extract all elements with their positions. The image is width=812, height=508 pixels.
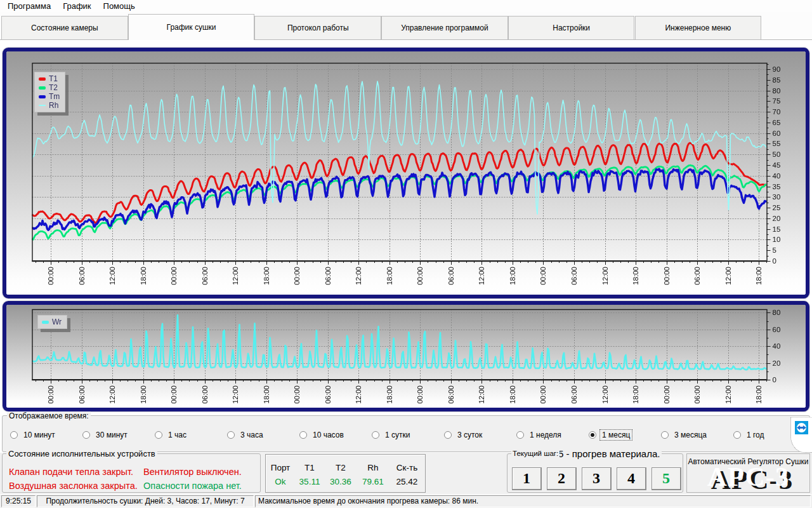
radio-label: 1 месяц [599, 429, 632, 441]
device-status-0-0: Клапан подачи тепла закрыт. [9, 467, 133, 477]
sensor-value-0: Ok [266, 475, 295, 489]
radio-icon[interactable] [372, 431, 379, 439]
time-option-8[interactable]: 1 месяц [589, 430, 632, 440]
radio-icon[interactable] [299, 431, 307, 439]
tab-strip-baseline [0, 39, 812, 40]
radio-label: 30 минут [93, 429, 130, 441]
legend-swatch-Tm [39, 95, 46, 98]
current-step-label: Текущий шаг: [511, 450, 560, 457]
teamviewer-icon[interactable] [795, 421, 808, 434]
time-option-2[interactable]: 1 час [155, 430, 189, 440]
menu-item-2[interactable]: Помощь [102, 1, 136, 11]
device-status-1-1: Опасности пожара нет. [143, 481, 242, 491]
menu-item-0[interactable]: Программа [6, 1, 52, 11]
radio-label: 10 часов [310, 429, 346, 441]
radio-label: 3 месяца [672, 429, 709, 441]
time-option-7[interactable]: 1 неделя [516, 430, 564, 440]
legend-label-Tm: Tm [49, 93, 60, 101]
status-note: Максимальное время до окончания прогрева… [255, 495, 811, 507]
radio-label: 10 минут [21, 429, 58, 441]
device-status-0-1: Вентилятор выключен. [143, 467, 242, 477]
legend-entry-Tm: Tm [39, 92, 60, 101]
time-option-4[interactable]: 10 часов [299, 430, 346, 440]
sensor-col-4: Ск-ть [389, 461, 425, 475]
sensor-col-0: Порт [266, 461, 295, 475]
tab-4[interactable]: Настройки [508, 16, 635, 39]
status-duration: Продолжительность сушки: Дней: 3, Часов:… [37, 495, 254, 507]
legend-label-Rh: Rh [49, 102, 58, 110]
step-button-3[interactable]: 3 [582, 467, 612, 490]
tab-5[interactable]: Инженерное меню [635, 16, 762, 39]
sensor-value-2: 30.36 [324, 475, 357, 489]
legend-label-Wr: Wr [52, 318, 62, 326]
sensor-value-4: 25.42 [389, 475, 425, 489]
radio-icon[interactable] [661, 431, 669, 439]
time-option-1[interactable]: 30 минут [82, 430, 130, 440]
legend-label-T2: T2 [49, 84, 58, 92]
status-bar: 9:25:15 Продолжительность сушки: Дней: 3… [0, 495, 812, 508]
current-step-group: Текущий шаг: 5 - прогрев материала. 1234… [507, 453, 683, 493]
tab-2[interactable]: Протокол работы [254, 16, 381, 39]
legend-entry-T1: T1 [39, 74, 60, 83]
radio-icon[interactable] [227, 431, 235, 439]
tab-3[interactable]: Управление программой [381, 16, 508, 39]
time-option-3[interactable]: 3 часа [227, 430, 266, 440]
brand-logo: АРС-3 [687, 462, 809, 491]
radio-icon[interactable] [444, 431, 452, 439]
time-option-9[interactable]: 3 месяца [661, 430, 709, 440]
radio-label: 1 час [166, 429, 189, 441]
radio-label: 3 часа [238, 429, 266, 441]
sensor-col-1: Т1 [295, 461, 324, 475]
sensor-col-2: Т2 [324, 461, 357, 475]
sensor-value-3: 79.61 [357, 475, 389, 489]
time-range-group: Отображаемое время: 10 минут30 минут1 ча… [2, 415, 810, 452]
radio-icon[interactable] [82, 431, 90, 439]
legend-label-T1: T1 [49, 75, 58, 83]
time-option-5[interactable]: 1 сутки [372, 430, 412, 440]
tab-0[interactable]: Состояние камеры [1, 16, 128, 39]
status-time: 9:25:15 [1, 495, 36, 507]
radio-label: 1 сутки [383, 429, 412, 441]
time-option-0[interactable]: 10 минут [10, 430, 58, 440]
radio-label: 1 неделя [527, 429, 564, 441]
tab-1[interactable]: График сушки [128, 14, 255, 40]
radio-icon[interactable] [155, 431, 162, 439]
legend-swatch-Wr [42, 321, 49, 324]
radio-icon[interactable] [516, 431, 524, 439]
main-chart-canvas[interactable] [6, 51, 806, 295]
step-button-2[interactable]: 2 [547, 467, 577, 490]
radio-label: 1 год [744, 429, 767, 441]
legend-swatch-T1 [39, 77, 46, 81]
legend-swatch-Rh [39, 105, 46, 106]
tab-strip: Состояние камерыГрафик сушкиПротокол раб… [0, 12, 812, 40]
time-option-10[interactable]: 1 год [733, 430, 767, 440]
step-button-1[interactable]: 1 [512, 467, 542, 490]
device-status-1-0: Воздушная заслонка закрыта. [9, 481, 138, 491]
time-option-6[interactable]: 3 суток [444, 430, 485, 440]
wr-chart-legend: Wr [37, 315, 67, 329]
devices-group-title: Состояние исполнительных устройств [6, 449, 157, 458]
remote-access-handle[interactable] [790, 417, 812, 453]
brand-panel: Автоматический Регулятор Сушки АРС-3 [686, 453, 810, 493]
menu-item-1[interactable]: График [62, 1, 92, 11]
radio-icon[interactable] [733, 431, 741, 439]
current-step-value: 5 - прогрев материала. [558, 448, 662, 459]
menu-bar: ПрограммаГрафикПомощь [0, 0, 812, 12]
radio-label: 3 суток [455, 429, 485, 441]
time-range-title: Отображаемое время: [7, 411, 91, 420]
radio-icon[interactable] [10, 431, 18, 439]
legend-entry-Rh: Rh [39, 101, 60, 110]
sensor-col-3: Rh [357, 461, 389, 475]
legend-swatch-T2 [39, 86, 46, 90]
main-chart-panel: T1T2TmRh [3, 48, 809, 298]
sensor-table: ПортТ1Т2RhСк-тьOk35.1130.3679.6125.42 [266, 461, 425, 489]
sensor-readings-panel: ПортТ1Т2RhСк-тьOk35.1130.3679.6125.42 [265, 454, 426, 493]
wr-chart-canvas[interactable] [6, 305, 806, 408]
legend-entry-T2: T2 [39, 83, 60, 92]
step-button-5[interactable]: 5 [652, 467, 681, 490]
step-button-4[interactable]: 4 [617, 467, 646, 490]
devices-group: Состояние исполнительных устройств Клапа… [2, 453, 261, 493]
radio-icon[interactable] [589, 431, 596, 439]
bottom-strip: Состояние исполнительных устройств Клапа… [0, 453, 812, 494]
main-chart-legend: T1T2TmRh [34, 72, 65, 112]
